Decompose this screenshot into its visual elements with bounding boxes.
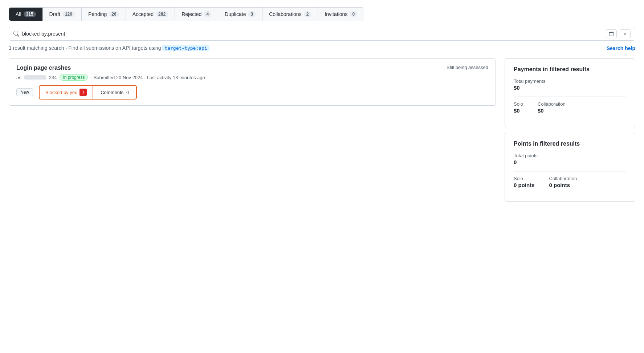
collab-payment-label: Collaboration xyxy=(538,101,566,107)
tab-label-invitations: Invitations xyxy=(325,11,347,17)
search-bar xyxy=(9,27,635,41)
tab-accepted[interactable]: Accepted282 xyxy=(126,8,175,21)
tab-count-invitations: 0 xyxy=(350,11,357,17)
tab-count-draft: 120 xyxy=(62,11,75,17)
submission-number: 234 xyxy=(49,75,57,80)
collab-points-value: 0 points xyxy=(549,182,577,188)
search-actions xyxy=(606,29,631,38)
tab-label-rejected: Rejected xyxy=(182,11,201,17)
total-payments-row: Total payments $0 xyxy=(514,78,626,91)
solo-payment-row: Solo $0 xyxy=(514,101,523,114)
submission-author-redacted xyxy=(24,75,46,80)
tab-label-accepted: Accepted xyxy=(133,11,154,17)
api-tag[interactable]: target-type:api xyxy=(162,45,209,51)
tab-label-duplicate: Duplicate xyxy=(225,11,246,17)
in-progress-badge: In progress xyxy=(60,74,88,81)
tab-count-all: 315 xyxy=(24,11,36,17)
tab-label-draft: Draft xyxy=(49,11,60,17)
total-payments-label: Total payments xyxy=(514,78,626,84)
collab-points-row: Collaboration 0 points xyxy=(549,176,577,188)
tab-label-all: All xyxy=(16,11,21,17)
solo-points-value: 0 points xyxy=(514,182,535,188)
submission-meta-text: · Submitted 20 Nov 2024 · Last activity … xyxy=(91,75,205,80)
solo-payment-label: Solo xyxy=(514,101,523,107)
tab-pending[interactable]: Pending26 xyxy=(82,8,126,21)
payments-card: Payments in filtered results Total payme… xyxy=(505,58,635,127)
submission-title[interactable]: Login page crashes xyxy=(16,65,71,71)
clear-search-button[interactable] xyxy=(620,29,631,38)
tab-label-pending: Pending xyxy=(88,11,107,17)
tab-count-collaborations: 2 xyxy=(304,11,311,17)
payments-split-row: Solo $0 Collaboration $0 xyxy=(514,101,626,119)
submission-as-label: as xyxy=(16,75,21,80)
total-points-label: Total points xyxy=(514,153,626,158)
result-info-row: 1 result matching search · Find all subm… xyxy=(9,45,635,51)
payments-divider xyxy=(514,97,626,97)
main-content: Login page crashes Still being assessed … xyxy=(9,58,635,202)
search-input[interactable] xyxy=(22,31,606,37)
tab-collaborations[interactable]: Collaborations2 xyxy=(262,8,318,21)
blocked-by-you-section[interactable]: Blocked by you ! xyxy=(40,86,93,99)
submission-card: Login page crashes Still being assessed … xyxy=(9,58,496,106)
submission-status: Still being assessed xyxy=(447,65,488,70)
submission-header: Login page crashes Still being assessed xyxy=(16,65,488,71)
search-help-link[interactable]: Search help xyxy=(607,45,635,51)
payments-card-title: Payments in filtered results xyxy=(514,66,626,73)
collab-points-label: Collaboration xyxy=(549,176,577,181)
search-icon xyxy=(13,31,19,37)
total-points-row: Total points 0 xyxy=(514,153,626,165)
solo-points-row: Solo 0 points xyxy=(514,176,535,188)
submission-meta: as 234 In progress · Submitted 20 Nov 20… xyxy=(16,74,488,81)
result-count-text: 1 result matching search · Find all subm… xyxy=(9,45,161,51)
results-area: Login page crashes Still being assessed … xyxy=(9,58,496,106)
tab-draft[interactable]: Draft120 xyxy=(43,8,82,21)
tab-duplicate[interactable]: Duplicate3 xyxy=(218,8,262,21)
tab-count-pending: 26 xyxy=(109,11,119,17)
tab-rejected[interactable]: Rejected4 xyxy=(175,8,218,21)
solo-points-label: Solo xyxy=(514,176,535,181)
tabs-bar: All315Draft120Pending26Accepted282Reject… xyxy=(9,7,364,21)
comments-section[interactable]: Comments 0 xyxy=(93,87,136,98)
blocked-icon: ! xyxy=(80,89,87,96)
sidebar-area: Payments in filtered results Total payme… xyxy=(505,58,635,202)
blocked-comments-box: Blocked by you ! Comments 0 xyxy=(39,85,137,100)
points-split-row: Solo 0 points Collaboration 0 points xyxy=(514,176,626,194)
solo-payment-value: $0 xyxy=(514,107,523,114)
points-divider xyxy=(514,171,626,171)
comments-label: Comments xyxy=(101,90,123,95)
collab-payment-value: $0 xyxy=(538,107,566,114)
points-card-title: Points in filtered results xyxy=(514,141,626,147)
new-badge[interactable]: New xyxy=(16,88,33,96)
tab-count-duplicate: 3 xyxy=(248,11,256,17)
tab-label-collaborations: Collaborations xyxy=(269,11,302,17)
blocked-by-you-label: Blocked by you xyxy=(45,90,77,95)
submission-footer: New Blocked by you ! Comments 0 xyxy=(16,85,488,100)
total-points-value: 0 xyxy=(514,159,626,165)
page-container: All315Draft120Pending26Accepted282Reject… xyxy=(0,0,644,209)
total-payments-value: $0 xyxy=(514,85,626,91)
tab-all[interactable]: All315 xyxy=(9,8,43,21)
comments-count: 0 xyxy=(126,90,129,95)
tab-count-accepted: 282 xyxy=(156,11,168,17)
tab-count-rejected: 4 xyxy=(204,11,211,17)
points-card: Points in filtered results Total points … xyxy=(505,133,635,202)
collab-payment-row: Collaboration $0 xyxy=(538,101,566,114)
tab-invitations[interactable]: Invitations0 xyxy=(318,8,364,21)
calendar-button[interactable] xyxy=(606,29,617,38)
result-info-text: 1 result matching search · Find all subm… xyxy=(9,45,209,51)
